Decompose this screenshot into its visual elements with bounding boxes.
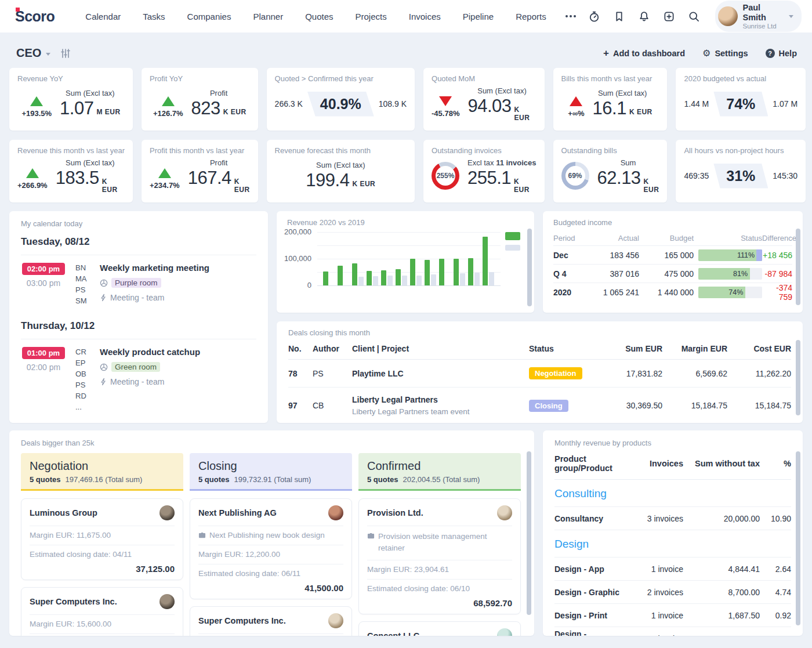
kpi-revenue-yoy[interactable]: Revenue YoY +193.5% Sum (Excl tax) 1.07M… [9,68,133,131]
add-new-icon[interactable] [659,5,679,27]
user-avatar [718,6,738,26]
help-button[interactable]: ?Help [766,49,797,58]
y-tick: 200,000 [277,227,311,236]
notifications-bell-icon[interactable] [634,5,654,27]
kpi-revenue-this-month[interactable]: Revenue this month vs last year +266.9% … [9,140,133,202]
product-group-link[interactable]: Consulting [554,480,791,507]
event-start-badge: 02:00 pm [22,263,65,275]
y-tick: 100,000 [277,254,311,263]
chevron-down-icon [789,15,793,18]
kpi-quoted-mom[interactable]: Quoted MoM -45.78% Sum (Excl tax) 94.03K… [423,68,545,131]
status-bar: 74% [698,287,762,298]
table-row[interactable]: 78 PS Playtime LLC Negotiation 17,831.82… [288,360,791,388]
nav-icons: Paul Smith Sunrise Ltd [584,1,802,31]
deal-card[interactable]: Super Computers Inc. Margin EUR: 15,600.… [21,587,183,636]
nav-item-companies[interactable]: Companies [176,6,242,27]
scoro-logo[interactable]: Scoro [15,8,55,25]
scrollbar-thumb[interactable] [796,340,800,415]
product-group-link[interactable]: Design [554,530,791,558]
deal-card[interactable]: Provision Ltd. Provision website managem… [358,498,521,614]
main-menu: Calendar Tasks Companies Planner Quotes … [74,6,583,27]
dashboard-chevron-down-icon[interactable] [46,53,50,56]
kpi-grid: Revenue YoY +193.5% Sum (Excl tax) 1.07M… [9,68,803,202]
nav-item-invoices[interactable]: Invoices [398,6,452,27]
kpi-bills-vs-last-year[interactable]: Bills this month vs last year +∞% Sum (E… [553,68,668,131]
activity-type-icon [100,378,107,386]
table-row: Design - Prototype1 invoice3,633.311.98 [554,627,791,636]
nav-item-pipeline[interactable]: Pipeline [452,6,505,27]
nav-item-projects[interactable]: Projects [345,6,398,27]
scrollbar-thumb[interactable] [796,229,800,305]
table-row: Design - Print1 invoice1,687.500.92 [554,604,791,627]
deal-card[interactable]: Luminous Group Margin EUR: 11,675.00 Est… [21,498,183,580]
table-row[interactable]: Dec 183 456 165 000 111% +18 456 [553,245,792,264]
kpi-outstanding-bills[interactable]: Outstanding bills 69% Sum 62.13K EUR [553,140,668,202]
kpi-outstanding-invoices[interactable]: Outstanding invoices 255% Excl tax 11 in… [423,140,545,202]
bar-2019 [373,276,378,285]
bookmark-icon[interactable] [609,5,629,27]
avatar [497,505,512,520]
scrollbar-thumb[interactable] [527,229,532,306]
bar-2020 [396,269,401,285]
filters-sliders-icon[interactable] [60,48,71,59]
dashboard-actions: +Add to dashboard ⚙Settings ?Help [603,48,797,58]
deals-closing-panel: Deals closing this month No.AuthorClient… [277,321,803,423]
donut-chart-red: 255% [432,162,459,190]
nav-item-quotes[interactable]: Quotes [294,6,344,27]
bar-2019 [431,274,436,285]
kanban-column-header: Closing 5 quotes199,732.91 (Total sum) [190,453,352,491]
kpi-profit-this-month[interactable]: Profit this month vs last year +234.7% P… [142,140,258,202]
calendar-day-header: Tuesday, 08/12 [21,236,256,248]
y-tick: 0 [277,281,311,289]
kpi-quoted-confirmed[interactable]: Quoted > Confirmed this year 266.3 K 40.… [267,68,415,131]
table-row: Consultancy3 invoices20,000.0010.90 [554,507,791,530]
more-menu-icon[interactable] [557,9,584,23]
donut-chart-blue: 69% [561,162,589,190]
search-icon[interactable] [684,5,704,27]
calendar-event[interactable]: 01:00 pm 02:00 pm CR EP OB PS RD ... Wee… [21,339,256,418]
deal-card[interactable]: Next Publishing AG Next Publishing new b… [190,498,352,599]
deal-card[interactable]: Concept LLC Margin EUR: 9,779.25 [358,621,521,636]
panel-title: My calendar today [21,219,256,228]
table-row[interactable]: 97 CB Liberty Legal PartnersLiberty Lega… [288,388,791,423]
status-badge: Closing [529,400,568,412]
table-header: No.AuthorClient | ProjectStatusSum EURMa… [288,337,791,360]
bar-2020 [352,263,357,285]
nav-item-tasks[interactable]: Tasks [132,6,176,27]
nav-item-planner[interactable]: Planner [242,6,294,27]
revenue-chart-panel: Revenue 2020 vs 2019 200,000 100,000 0 [277,211,534,313]
deals-bigger-panel: Deals bigger than 25k Negotiation 5 quot… [9,430,534,636]
scrollbar-thumb[interactable] [796,451,800,625]
question-icon: ? [766,49,775,58]
ratio-badge: 40.9% [307,92,374,117]
table-row[interactable]: 2020 1 065 241 1 440 000 74% -374 759 [553,283,792,301]
room-icon [100,279,108,287]
trend-up-icon [26,168,39,178]
deal-card[interactable]: Super Computers Inc. Margin EUR: 19,900.… [190,606,352,636]
bar-2019 [416,276,422,285]
nav-item-reports[interactable]: Reports [505,6,557,27]
add-to-dashboard-button[interactable]: +Add to dashboard [603,48,685,58]
room-icon [100,363,108,371]
panel-title: Monthly revenue by products [554,439,791,447]
kanban-column-negotiation: Negotiation 5 quotes197,469.16 (Total su… [21,453,183,636]
table-row[interactable]: Q 4 387 016 475 000 81% -87 984 [553,264,792,283]
timer-icon[interactable] [584,5,604,27]
nav-item-calendar[interactable]: Calendar [74,6,132,27]
x-axis-baseline [317,285,501,286]
kpi-budgeted-vs-actual[interactable]: 2020 budgeted vs actual 1.44 M 74% 1.07 … [676,68,806,131]
kpi-hours-ratio[interactable]: All hours vs non-project hours 469:35 31… [676,140,806,202]
user-company: Sunrise Ltd [743,23,780,30]
trend-up-icon [158,168,171,178]
kpi-profit-yoy[interactable]: Profit YoY +126.7% Profit 823K EUR [142,68,258,131]
calendar-event[interactable]: 02:00 pm 03:00 pm BN MA PS SM Weekly mar… [21,255,256,312]
dashboard-title[interactable]: CEO [16,46,41,60]
settings-button[interactable]: ⚙Settings [702,49,748,58]
scrollbar-thumb[interactable] [527,451,531,615]
bar-group [396,269,408,285]
user-menu[interactable]: Paul Smith Sunrise Ltd [715,1,802,31]
event-name: Weekly product catchup [100,347,200,357]
bar-2020 [483,237,488,285]
room-badge: Purple room [111,278,161,288]
kpi-revenue-forecast[interactable]: Revenue forecast this month Sum (Excl ta… [267,140,415,202]
